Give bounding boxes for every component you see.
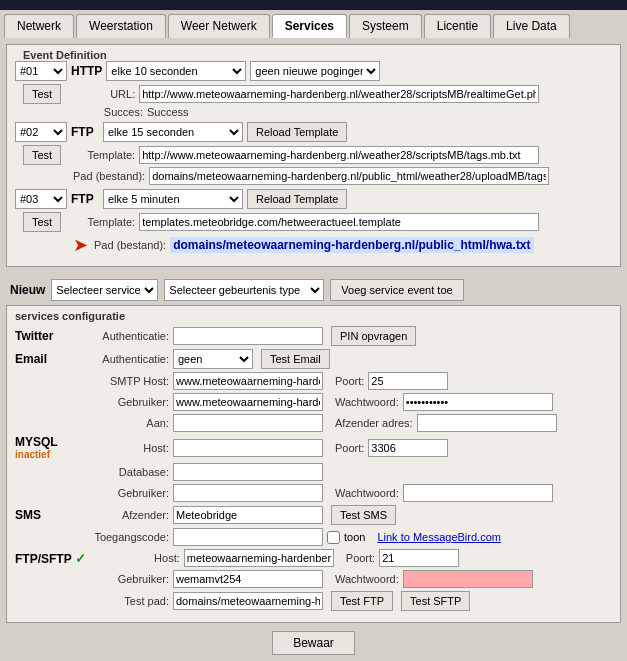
messagebird-link[interactable]: Link to MessageBird.com [377, 531, 501, 543]
ftp-port-input[interactable] [379, 549, 459, 567]
event-type-03: FTP [71, 192, 99, 206]
tabs-container: Netwerk Weerstation Weer Netwerk Service… [0, 10, 627, 38]
event-num-select-03[interactable]: #03 [15, 189, 67, 209]
mysql-db-label: Database: [79, 466, 169, 478]
sms-sender-row: SMS Afzender: Test SMS [15, 505, 612, 525]
tab-live-data[interactable]: Live Data [493, 14, 570, 38]
test-button-01[interactable]: Test [23, 84, 61, 104]
sms-sender-label: Afzender: [79, 509, 169, 521]
email-pass-input[interactable] [403, 393, 553, 411]
event-row-01: #01 HTTP elke 10 seconden geen nieuwe po… [15, 61, 612, 81]
email-auth-row: Email Authenticatie: geen Test Email [15, 349, 612, 369]
main-content: Event Definition #01 HTTP elke 10 second… [0, 38, 627, 661]
test-button-03[interactable]: Test [23, 212, 61, 232]
ftp-check-icon: ✓ [75, 551, 86, 566]
event-interval-02[interactable]: elke 15 seconden [103, 122, 243, 142]
tab-licentie[interactable]: Licentie [424, 14, 491, 38]
tab-netwerk[interactable]: Netwerk [4, 14, 74, 38]
template-label-03: Template: [65, 216, 135, 228]
mysql-host-input[interactable] [173, 439, 323, 457]
ftp-testpad-input[interactable] [173, 592, 323, 610]
event-interval-01[interactable]: elke 10 seconden [106, 61, 246, 81]
event-definition-box: Event Definition #01 HTTP elke 10 second… [6, 44, 621, 267]
event-interval-03[interactable]: elke 5 minuten [103, 189, 243, 209]
email-section: Email Authenticatie: geen Test Email SMT… [15, 349, 612, 432]
ftp-user-input[interactable] [173, 570, 323, 588]
email-auth-select[interactable]: geen [173, 349, 253, 369]
twitter-pin-button[interactable]: PIN opvragen [331, 326, 416, 346]
reload-template-button-02[interactable]: Reload Template [247, 122, 347, 142]
event-02-pad-row: Pad (bestand): [15, 167, 612, 185]
event-row-03: #03 FTP elke 5 minuten Reload Template [15, 189, 612, 209]
email-sender-label: Afzender adres: [335, 417, 413, 429]
twitter-title: Twitter [15, 329, 75, 343]
mysql-pass-label: Wachtwoord: [335, 487, 399, 499]
email-user-input[interactable] [173, 393, 323, 411]
email-port-input[interactable] [368, 372, 448, 390]
mysql-title: MYSQL inactief [15, 435, 75, 460]
pad-value-03: domains/meteowaarneming-hardenberg.nl/pu… [170, 237, 533, 253]
mysql-port-label: Poort: [335, 442, 364, 454]
event-type-02: FTP [71, 125, 99, 139]
sms-title: SMS [15, 508, 75, 522]
test-ftp-button[interactable]: Test FTP [331, 591, 393, 611]
mysql-pass-input[interactable] [403, 484, 553, 502]
sms-toon-checkbox[interactable] [327, 531, 340, 544]
email-port-label: Poort: [335, 375, 364, 387]
event-action-01[interactable]: geen nieuwe pogingen [250, 61, 380, 81]
ftp-pass-label: Wachtwoord: [335, 573, 399, 585]
email-title: Email [15, 352, 75, 366]
test-email-button[interactable]: Test Email [261, 349, 330, 369]
ftp-section: FTP/SFTP ✓ Host: Poort: Gebruiker: Wacht… [15, 549, 612, 611]
select-service[interactable]: Selecteer service [51, 279, 158, 301]
ftp-user-label: Gebruiker: [79, 573, 169, 585]
email-smtp-label: SMTP Host: [79, 375, 169, 387]
save-row: Bewaar [6, 631, 621, 655]
email-to-label: Aan: [79, 417, 169, 429]
tab-services[interactable]: Services [272, 14, 347, 38]
email-to-input[interactable] [173, 414, 323, 432]
save-button[interactable]: Bewaar [272, 631, 355, 655]
new-label: Nieuw [10, 283, 45, 297]
test-sms-button[interactable]: Test SMS [331, 505, 396, 525]
pad-input-02[interactable] [149, 167, 549, 185]
sms-section: SMS Afzender: Test SMS Toegangscode: too… [15, 505, 612, 546]
mysql-port-input[interactable] [368, 439, 448, 457]
sms-access-row: Toegangscode: toon Link to MessageBird.c… [15, 528, 612, 546]
test-button-02[interactable]: Test [23, 145, 61, 165]
event-03-pad-row: ➤ Pad (bestand): domains/meteowaarneming… [15, 234, 612, 256]
sms-sender-input[interactable] [173, 506, 323, 524]
select-event-type[interactable]: Selecteer gebeurtenis type [164, 279, 324, 301]
tab-weer-netwerk[interactable]: Weer Netwerk [168, 14, 270, 38]
email-user-label: Gebruiker: [79, 396, 169, 408]
mysql-host-row: MYSQL inactief Host: Poort: [15, 435, 612, 460]
sms-access-input[interactable] [173, 528, 323, 546]
twitter-section: Twitter Authenticatie: PIN opvragen [15, 326, 612, 346]
event-num-select-01[interactable]: #01 [15, 61, 67, 81]
tab-systeem[interactable]: Systeem [349, 14, 422, 38]
email-user-row: Gebruiker: Wachtwoord: [15, 393, 612, 411]
services-config-legend: services configuratie [15, 310, 612, 322]
url-input-01[interactable] [139, 85, 539, 103]
mysql-inactive-label: inactief [15, 449, 75, 460]
template-input-02[interactable] [139, 146, 539, 164]
event-01-success-row: Succes: Success [15, 106, 612, 118]
add-service-event-button[interactable]: Voeg service event toe [330, 279, 463, 301]
mysql-section: MYSQL inactief Host: Poort: Database: Ge… [15, 435, 612, 502]
url-label-01: URL: [65, 88, 135, 100]
mysql-db-input[interactable] [173, 463, 323, 481]
ftp-pass-input[interactable] [403, 570, 533, 588]
test-sftp-button[interactable]: Test SFTP [401, 591, 470, 611]
email-auth-label: Authenticatie: [79, 353, 169, 365]
event-num-select-02[interactable]: #02 [15, 122, 67, 142]
email-sender-input[interactable] [417, 414, 557, 432]
event-02-test-row: Test Template: [15, 145, 612, 165]
ftp-host-input[interactable] [184, 549, 334, 567]
email-smtp-input[interactable] [173, 372, 323, 390]
reload-template-button-03[interactable]: Reload Template [247, 189, 347, 209]
pad-label-03: Pad (bestand): [94, 239, 166, 251]
mysql-user-input[interactable] [173, 484, 323, 502]
tab-weerstation[interactable]: Weerstation [76, 14, 166, 38]
template-input-03[interactable] [139, 213, 539, 231]
twitter-auth-input[interactable] [173, 327, 323, 345]
